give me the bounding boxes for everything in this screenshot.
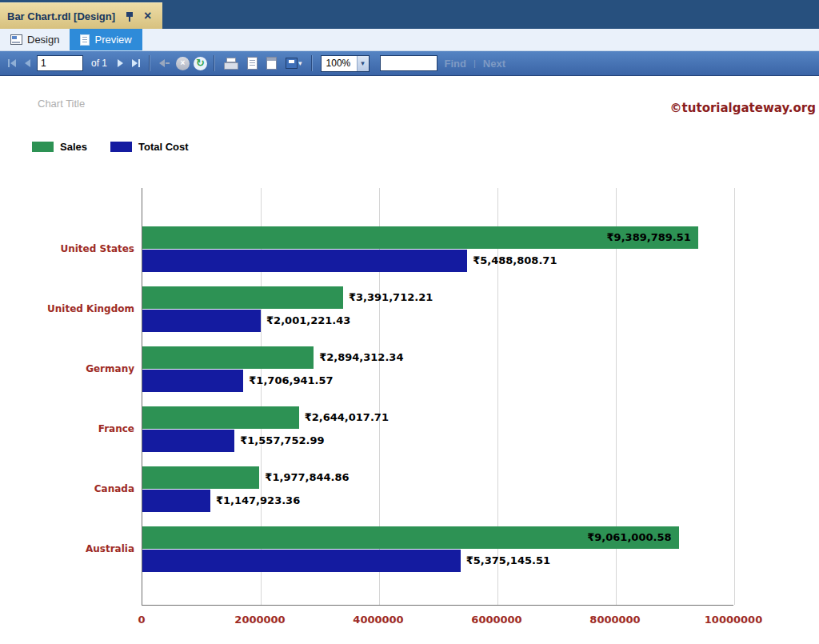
previous-page-icon: [25, 59, 30, 67]
bar-value-label: ₹1,706,941.57: [249, 374, 333, 387]
legend-label-total-cost: Total Cost: [138, 141, 189, 153]
category-label: France: [0, 423, 134, 434]
bar-sales: [142, 406, 299, 429]
export-icon-slot: [289, 60, 294, 63]
bar-value-label: ₹2,894,312.34: [319, 351, 403, 364]
gridline: [734, 188, 735, 605]
bar-value-label: ₹1,557,752.99: [240, 434, 324, 447]
back-icon: [159, 59, 165, 67]
export-button[interactable]: ▾: [283, 54, 305, 72]
stop-icon: ×: [181, 59, 186, 67]
view-tab-bar: Design Preview: [0, 29, 819, 51]
find-input[interactable]: [380, 55, 437, 71]
toolbar-separator: [149, 55, 150, 71]
document-tab[interactable]: Bar Chart.rdl [Design] ×: [0, 2, 162, 29]
bar-total-cost: [142, 550, 461, 572]
tab-design-label: Design: [27, 34, 59, 46]
printer-icon-body: [224, 62, 238, 70]
bar-total-cost: [142, 250, 467, 272]
page-setup-icon-band: [267, 58, 276, 61]
document-tab-bar: Bar Chart.rdl [Design] ×: [0, 0, 819, 29]
bar-value-label: ₹2,001,221.43: [266, 314, 350, 327]
next-page-button[interactable]: [115, 54, 126, 72]
printer-icon-paper: [226, 58, 236, 62]
page-setup-button[interactable]: [264, 54, 279, 72]
preview-icon: [80, 34, 90, 46]
find-button[interactable]: Find: [445, 58, 466, 70]
bar-value-label: ₹9,061,000.58: [587, 531, 671, 544]
toolbar-separator: [214, 55, 215, 71]
find-next-separator: |: [473, 58, 476, 68]
pin-icon[interactable]: [125, 10, 134, 22]
plot-area: ₹9,389,789.51₹5,488,808.71₹3,391,712.21₹…: [142, 188, 733, 606]
next-page-icon: [118, 59, 123, 67]
report-canvas: Chart Title ©tutorialgateway.org Sales T…: [0, 76, 819, 644]
bar-value-label: ₹5,375,145.51: [466, 554, 550, 567]
x-tick-label: 2000000: [234, 614, 285, 626]
first-page-button[interactable]: [6, 54, 18, 72]
document-tab-title: Bar Chart.rdl [Design]: [7, 10, 115, 22]
last-page-button[interactable]: [130, 54, 142, 72]
page-number-input[interactable]: [37, 55, 83, 71]
toolbar-separator: [311, 55, 313, 71]
back-icon-tail: [166, 62, 170, 64]
last-page-icon: [138, 59, 140, 67]
printer-icon: [224, 58, 238, 70]
back-button[interactable]: [157, 54, 172, 72]
category-label: Australia: [0, 543, 134, 554]
previous-page-button[interactable]: [22, 54, 33, 72]
bar-total-cost: [142, 310, 261, 332]
pin-icon-stick: [129, 17, 130, 22]
first-page-icon: [8, 59, 10, 67]
x-tick-label: 6000000: [471, 614, 521, 626]
page-setup-icon: [266, 57, 277, 70]
bar-value-label: ₹3,391,712.21: [349, 291, 433, 304]
print-button[interactable]: [222, 54, 241, 72]
zoom-dropdown-button[interactable]: ▾: [357, 56, 369, 71]
zoom-select[interactable]: 100% ▾: [321, 55, 370, 72]
stop-button[interactable]: ×: [176, 57, 190, 70]
bar-value-label: ₹5,488,808.71: [473, 254, 557, 267]
bar-total-cost: [142, 370, 243, 392]
bar-value-label: ₹1,147,923.36: [216, 494, 300, 507]
x-tick-label: 0: [138, 614, 145, 626]
bar-total-cost: [142, 490, 210, 512]
category-axis: United StatesUnited KingdomGermanyFrance…: [0, 76, 134, 644]
bar-sales: [142, 286, 343, 309]
find-next-button[interactable]: Next: [483, 58, 505, 70]
x-tick-label: 8000000: [589, 614, 640, 626]
preview-toolbar: of 1 × ↻ ▾ 100%: [0, 51, 819, 76]
bar-total-cost: [142, 430, 234, 452]
watermark-text: ©tutorialgateway.org: [670, 101, 816, 115]
bar-sales: [142, 466, 259, 489]
last-page-arrow-icon: [132, 59, 138, 67]
design-icon: [10, 34, 22, 45]
print-layout-icon-lines: [250, 60, 255, 67]
bar-value-label: ₹2,644,017.71: [305, 411, 389, 424]
category-label: Germany: [0, 363, 134, 374]
x-tick-label: 10000000: [705, 614, 762, 626]
bar-value-label: ₹1,977,844.86: [265, 471, 349, 484]
print-layout-button[interactable]: [245, 54, 260, 72]
category-label: United Kingdom: [0, 303, 134, 314]
close-icon[interactable]: ×: [144, 10, 151, 22]
refresh-button[interactable]: ↻: [194, 57, 207, 70]
page-count-label: of 1: [91, 58, 107, 69]
zoom-dropdown-icon: ▾: [361, 59, 365, 67]
print-layout-icon: [247, 57, 258, 70]
export-dropdown-icon[interactable]: ▾: [298, 59, 302, 67]
tab-preview-label: Preview: [94, 34, 131, 46]
tab-preview[interactable]: Preview: [70, 29, 142, 50]
tab-design[interactable]: Design: [0, 29, 70, 50]
category-label: Canada: [0, 483, 134, 494]
first-page-arrow-icon: [10, 59, 16, 67]
x-tick-label: 4000000: [353, 614, 403, 626]
export-icon: [286, 58, 298, 69]
category-label: United States: [0, 243, 134, 254]
bar-sales: [142, 346, 314, 369]
zoom-value: 100%: [322, 58, 357, 69]
bar-value-label: ₹9,389,789.51: [607, 231, 691, 244]
